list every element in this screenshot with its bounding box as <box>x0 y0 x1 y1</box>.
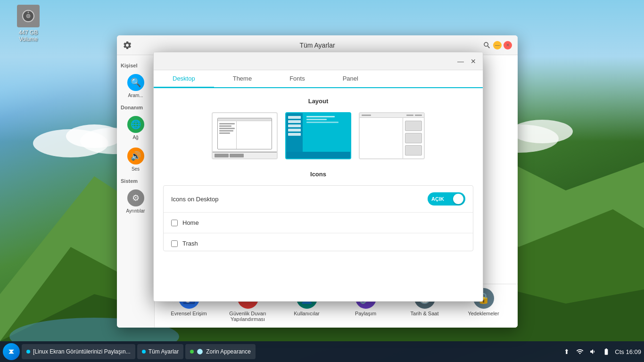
r-block-3 <box>405 145 422 156</box>
trash-checkbox-row: Trash <box>164 233 473 251</box>
icons-section-title: Icons <box>163 171 473 178</box>
appearance-tabs: Desktop Theme Fonts Panel <box>154 70 483 88</box>
appearance-window-controls: — ✕ <box>455 57 478 66</box>
trash-checkbox-label[interactable]: Trash <box>182 240 198 247</box>
settings-nav: Kişisel 🔍 Aram... Donanım 🌐 Ağ 🔊 Ses Sis… <box>117 55 155 328</box>
yedeklemeler-label: Yedeklemeler <box>468 311 499 316</box>
nav-item-search[interactable]: 🔍 Aram... <box>117 70 154 102</box>
battery-icon[interactable] <box>602 347 611 356</box>
section-donanim: Donanım <box>117 102 154 112</box>
settings-close-btn[interactable]: ✕ <box>504 41 512 49</box>
volume-icon-img <box>17 5 40 27</box>
guvenlik-label: Güvenlik Duvarı Yapılandırması <box>227 311 269 322</box>
taskbar-time: Cts 16:09 <box>615 348 641 355</box>
taskbar-dot-2 <box>142 350 146 354</box>
layout-section-title: Layout <box>163 98 473 105</box>
svg-point-15 <box>28 12 29 13</box>
taskbar-item-appearance-label: Zorin Appearance <box>206 348 251 355</box>
tab-desktop[interactable]: Desktop <box>154 70 214 88</box>
layout2-preview <box>286 113 350 158</box>
upload-icon[interactable]: ⬆ <box>562 347 571 356</box>
search-icon[interactable] <box>483 41 491 49</box>
section-sistem: Sistem <box>117 175 154 186</box>
layout3-header <box>360 113 424 118</box>
taskbar: [Linux Ekran Görüntülerinizi Paylaşın...… <box>0 341 644 362</box>
icons-on-desktop-toggle[interactable]: AÇIK <box>428 192 465 206</box>
desktop-icon-volume[interactable]: 447 GB Volume <box>9 5 47 42</box>
home-checkbox-row: Home <box>164 213 473 233</box>
taskbar-item-settings[interactable]: Tüm Ayarlar <box>137 344 183 359</box>
r-block-1 <box>405 121 422 131</box>
zorin-logo-icon <box>7 347 16 356</box>
toggle-track[interactable]: AÇIK <box>428 192 465 206</box>
taskbar-dot-1 <box>26 350 30 354</box>
section-kisisel: Kişisel <box>117 60 154 70</box>
network-status-icon[interactable] <box>575 347 585 356</box>
nav-item-network[interactable]: 🌐 Ağ <box>117 112 154 144</box>
drive-icon <box>21 8 36 24</box>
settings-minimize-btn[interactable]: — <box>493 41 502 49</box>
layout1-preview <box>213 113 277 158</box>
taskbar-right: ⬆ Cts 16:09 <box>562 347 641 356</box>
tab-theme[interactable]: Theme <box>214 70 271 88</box>
network-nav-icon: 🌐 <box>127 116 144 133</box>
taskbar-item-screenshot-label: [Linux Ekran Görüntülerinizi Paylaşın... <box>33 348 131 355</box>
taskbar-item-screenshot[interactable]: [Linux Ekran Görüntülerinizi Paylaşın... <box>22 344 135 359</box>
tab-fonts[interactable]: Fonts <box>271 70 324 88</box>
icons-section: Icons on Desktop AÇIK Home Trash <box>163 185 473 251</box>
r-block-2 <box>405 133 422 143</box>
layout-option-3[interactable] <box>359 112 425 159</box>
desktop-icon-label2: Volume <box>19 36 38 42</box>
trash-checkbox[interactable] <box>171 240 178 247</box>
desktop-icon-label1: 447 GB <box>19 29 38 36</box>
layout2-sidebar <box>286 113 303 152</box>
battery-status-icon <box>603 348 610 355</box>
sb-item-5 <box>288 133 301 136</box>
settings-window-title: Tüm Ayarlar <box>299 41 335 49</box>
tab-panel[interactable]: Panel <box>324 70 377 88</box>
taskbar-block-1 <box>215 154 229 157</box>
layout-options <box>163 112 473 159</box>
toggle-on-label: AÇIK <box>431 196 444 202</box>
home-checkbox-label[interactable]: Home <box>182 219 199 226</box>
layout2-content <box>303 113 350 152</box>
icons-on-desktop-row: Icons on Desktop AÇIK <box>164 186 473 213</box>
sb-item-1 <box>288 116 301 119</box>
layout3-right-panel <box>403 118 424 158</box>
icons-on-desktop-label: Icons on Desktop <box>171 196 428 203</box>
taskbar-dot-3 <box>190 350 194 354</box>
layout-option-2[interactable] <box>285 112 351 159</box>
taskbar-block-2 <box>230 154 244 157</box>
wifi-icon <box>576 348 584 355</box>
appearance-window: — ✕ Desktop Theme Fonts Panel Layout <box>153 52 483 302</box>
layout-option-1[interactable] <box>212 112 278 159</box>
kullanicilar-label: Kullanıcılar <box>294 311 319 316</box>
nav-item-details-label: Ayrıntılar <box>126 208 145 214</box>
search-nav-icon: 🔍 <box>127 74 144 91</box>
layout2-taskbar <box>286 152 350 158</box>
nav-item-details[interactable]: ⚙ Ayrıntılar <box>117 186 154 217</box>
svg-point-11 <box>512 120 573 143</box>
taskbar-item-settings-label: Tüm Ayarlar <box>149 348 179 355</box>
sb-item-4 <box>288 129 301 132</box>
toggle-thumb <box>453 194 463 204</box>
evrensel-erisim-label: Evrensel Erişim <box>171 311 206 316</box>
volume-taskbar-icon[interactable] <box>588 347 598 356</box>
sb-item-3 <box>288 124 301 127</box>
svg-point-14 <box>26 14 30 18</box>
appearance-minimize-btn[interactable]: — <box>455 57 466 66</box>
appearance-close-btn[interactable]: ✕ <box>469 57 478 66</box>
layout1-taskbar <box>213 152 277 158</box>
sb-item-2 <box>288 120 301 123</box>
appearance-titlebar: — ✕ <box>154 52 483 70</box>
zorin-menu-btn[interactable] <box>3 343 20 360</box>
home-checkbox[interactable] <box>171 220 178 226</box>
layout3-preview <box>360 113 424 158</box>
taskbar-item-appearance[interactable]: Zorin Appearance <box>185 344 256 359</box>
paylasim-label: Paylaşım <box>355 311 376 316</box>
nav-item-network-label: Ağ <box>132 135 138 140</box>
nav-item-search-label: Aram... <box>128 93 143 98</box>
nav-item-sound[interactable]: 🔊 Ses <box>117 144 154 175</box>
appearance-content: Layout <box>154 88 483 301</box>
details-nav-icon: ⚙ <box>127 189 144 206</box>
